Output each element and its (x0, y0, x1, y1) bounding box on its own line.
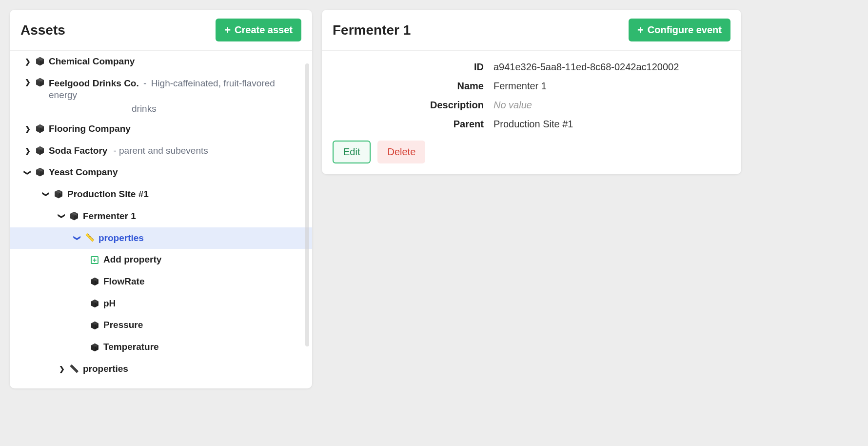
detail-body: ID a941e326-5aa8-11ed-8c68-0242ac120002 … (322, 51, 741, 174)
tree-node-flooring[interactable]: Flooring Company (10, 118, 312, 140)
tree-node-label: Chemical Company (49, 56, 135, 68)
detail-panel: Fermenter 1 + Configure event ID a941e32… (322, 10, 741, 174)
chevron-right-icon (24, 57, 31, 66)
tree-node-label: Flooring Company (49, 123, 131, 135)
tree-node-label: Soda Factory (49, 145, 107, 157)
edit-button[interactable]: Edit (333, 141, 371, 163)
field-key-name: Name (333, 81, 484, 92)
tree-node-desc: - parent and subevents (113, 145, 208, 157)
configure-event-button[interactable]: + Configure event (629, 19, 730, 41)
delete-button[interactable]: Delete (377, 141, 425, 163)
assets-panel: Assets + Create asset Chemical Company F… (10, 10, 312, 388)
tree-node-desc-line2: drinks (10, 103, 312, 114)
create-asset-label: Create asset (235, 24, 293, 36)
property-icon (90, 343, 99, 352)
field-val-name: Fermenter 1 (493, 81, 730, 92)
assets-tree: Chemical Company Feelgood Drinks Co. - H… (10, 51, 312, 388)
tree-node-label: Feelgood Drinks Co. (49, 78, 139, 88)
scrollbar[interactable] (305, 63, 309, 346)
detail-actions: Edit Delete (333, 141, 730, 163)
cube-icon (35, 78, 45, 88)
tree-node-label: Pressure (103, 319, 143, 331)
tree-node-pressure[interactable]: Pressure (10, 314, 312, 336)
tree-node-chemical-company[interactable]: Chemical Company (10, 51, 312, 73)
ruler-icon (85, 233, 95, 243)
tree-node-properties-collapsed[interactable]: properties (10, 358, 312, 380)
tree-node-flowrate[interactable]: FlowRate (10, 271, 312, 293)
property-icon (90, 321, 99, 330)
cube-icon (35, 57, 45, 67)
assets-title: Assets (20, 22, 65, 38)
tree-node-desc-prefix: - (141, 78, 149, 88)
chevron-down-icon (59, 212, 65, 221)
key-value-grid: ID a941e326-5aa8-11ed-8c68-0242ac120002 … (333, 61, 730, 130)
tree-node-feelgood[interactable]: Feelgood Drinks Co. - High-caffeinated, … (10, 73, 312, 106)
field-val-description: No value (493, 100, 730, 111)
chevron-down-icon (74, 234, 81, 243)
tree-node-add-property[interactable]: Add property (10, 249, 312, 271)
tree-node-label: pH (103, 298, 116, 310)
chevron-right-icon (59, 365, 65, 373)
chevron-down-icon (24, 168, 31, 177)
ruler-icon (69, 364, 79, 374)
plus-icon: + (637, 25, 644, 36)
detail-title: Fermenter 1 (333, 22, 411, 38)
tree-node-label: Production Site #1 (67, 188, 149, 201)
tree-node-production-site[interactable]: Production Site #1 (10, 183, 312, 205)
chevron-right-icon (24, 124, 31, 133)
cube-icon (54, 189, 63, 200)
tree-node-soda[interactable]: Soda Factory - parent and subevents (10, 140, 312, 162)
tree-node-temperature[interactable]: Temperature (10, 336, 312, 358)
plus-icon: + (224, 25, 231, 36)
detail-panel-header: Fermenter 1 + Configure event (322, 10, 741, 51)
tree-node-fermenter-1[interactable]: Fermenter 1 (10, 205, 312, 227)
field-key-description: Description (333, 100, 484, 111)
field-val-parent: Production Site #1 (493, 119, 730, 130)
assets-panel-header: Assets + Create asset (10, 10, 312, 51)
tree-node-label: Fermenter 1 (83, 210, 136, 223)
cube-icon (35, 167, 45, 178)
tree-node-label: FlowRate (103, 276, 144, 288)
tree-node-ph[interactable]: pH (10, 293, 312, 315)
tree-node-label: Temperature (103, 341, 159, 353)
cube-icon (35, 124, 45, 134)
field-key-parent: Parent (333, 119, 484, 130)
tree-node-label: properties (83, 363, 128, 375)
tree-node-label: properties (99, 232, 144, 244)
chevron-right-icon (24, 78, 31, 86)
tree-node-label: Add property (103, 254, 161, 266)
tree-node-yeast[interactable]: Yeast Company (10, 162, 312, 183)
chevron-right-icon (24, 146, 31, 155)
cube-icon (69, 211, 79, 222)
field-key-id: ID (333, 61, 484, 73)
field-val-id: a941e326-5aa8-11ed-8c68-0242ac120002 (493, 61, 730, 73)
configure-event-label: Configure event (648, 24, 722, 36)
tree-node-label: Yeast Company (49, 166, 118, 179)
property-icon (90, 277, 99, 286)
tree-node-properties-selected[interactable]: properties (10, 227, 312, 249)
property-icon (90, 299, 99, 308)
plus-box-icon (91, 256, 99, 264)
create-asset-button[interactable]: + Create asset (216, 19, 301, 41)
cube-icon (35, 146, 45, 156)
chevron-down-icon (43, 190, 50, 199)
